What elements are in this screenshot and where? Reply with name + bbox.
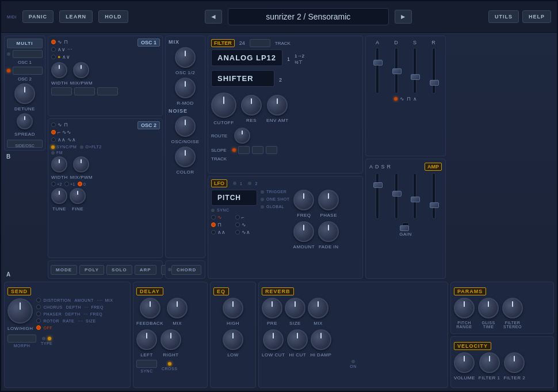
osc1-wave1[interactable]	[51, 40, 56, 44]
phaser-radio[interactable]	[36, 312, 41, 316]
size-knob[interactable]	[285, 298, 305, 318]
spread-knob[interactable]	[17, 113, 33, 129]
filter-stereo-knob[interactable]	[502, 298, 523, 318]
rmod-knob[interactable]	[175, 78, 196, 98]
amp-r-slider[interactable]	[432, 173, 435, 219]
env-amt-knob[interactable]	[267, 95, 288, 116]
low-knob[interactable]	[223, 329, 243, 350]
hi-damp-knob[interactable]	[311, 329, 331, 350]
lfo-wave3[interactable]	[211, 222, 216, 227]
distortion-radio[interactable]	[36, 298, 41, 302]
osc1-wave2[interactable]	[51, 47, 56, 52]
osc1-select-button[interactable]	[13, 50, 43, 58]
send-knob[interactable]	[7, 298, 33, 324]
chorus-radio[interactable]	[36, 305, 41, 309]
cutoff-knob[interactable]	[211, 93, 236, 118]
filter-d-slider[interactable]	[395, 48, 398, 94]
left-knob[interactable]	[136, 329, 157, 350]
osc2-fine-knob[interactable]	[70, 188, 86, 204]
next-preset-button[interactable]: ►	[395, 10, 412, 24]
osc1-wave3[interactable]	[51, 55, 56, 59]
gliss-time-knob[interactable]	[478, 298, 499, 318]
amp-d-slider[interactable]	[395, 173, 398, 219]
amp-a-slider[interactable]	[376, 173, 379, 219]
off-radio[interactable]	[36, 325, 41, 330]
osc2-mixpwm-knob[interactable]	[73, 156, 89, 172]
slope-btn1[interactable]	[238, 146, 250, 154]
filter-r-slider[interactable]	[432, 48, 435, 94]
sync-button[interactable]	[136, 360, 157, 368]
lfo-wave5[interactable]	[211, 230, 216, 235]
osc2-wave3[interactable]	[51, 137, 56, 142]
lfo-wave1[interactable]	[211, 215, 216, 220]
osc2-width-knob[interactable]	[51, 156, 67, 172]
filter-s-slider[interactable]	[413, 48, 416, 94]
osc1-btn2[interactable]	[74, 87, 95, 95]
plus2-radio[interactable]	[51, 182, 56, 186]
lfo-phase-knob[interactable]	[318, 190, 339, 210]
feedback-knob[interactable]	[140, 298, 160, 318]
slope-btn3[interactable]	[266, 146, 277, 154]
low-cut-knob[interactable]	[263, 329, 284, 350]
amp-s-slider[interactable]	[413, 173, 416, 219]
osc-noise-knob[interactable]	[175, 116, 196, 137]
filter-r-thumb[interactable]	[430, 80, 439, 86]
plus1-radio[interactable]	[64, 182, 69, 186]
osc1-btn3[interactable]	[97, 87, 118, 95]
filter-a-slider[interactable]	[376, 48, 379, 94]
osc2-wave1[interactable]	[51, 122, 56, 127]
amp-a-thumb[interactable]	[373, 182, 383, 188]
volume-knob[interactable]	[454, 352, 475, 373]
detune-knob[interactable]	[14, 83, 35, 104]
route-knob[interactable]	[234, 128, 250, 144]
morph-button[interactable]	[7, 335, 36, 343]
high-knob[interactable]	[223, 298, 243, 318]
amp-d-thumb[interactable]	[392, 191, 402, 197]
zero-radio[interactable]	[78, 182, 82, 186]
filter2-knob[interactable]	[504, 352, 525, 373]
solo-button[interactable]: SOLO	[106, 265, 132, 275]
filter1-knob[interactable]	[479, 352, 500, 373]
color-knob[interactable]	[175, 147, 196, 167]
osc2-tune-knob[interactable]	[51, 188, 67, 204]
osc1-width-knob[interactable]	[51, 62, 67, 78]
prev-preset-button[interactable]: ◄	[205, 10, 222, 24]
poly-button[interactable]: POLY	[79, 265, 104, 275]
side-osc-button[interactable]: SIDE/OSC	[7, 140, 43, 148]
slope-btn2[interactable]	[252, 146, 263, 154]
right-knob[interactable]	[160, 329, 181, 350]
filter-s-thumb[interactable]	[411, 74, 420, 80]
lfo-fadein-knob[interactable]	[318, 221, 339, 242]
rotor-radio[interactable]	[36, 318, 41, 323]
pre-knob[interactable]	[262, 298, 282, 318]
filter-d-thumb[interactable]	[392, 68, 402, 74]
osc1-btn1[interactable]	[51, 87, 72, 95]
multi-button[interactable]: MULTI	[7, 39, 43, 48]
help-button[interactable]: HELP	[522, 10, 551, 23]
learn-button[interactable]: LEARN	[59, 10, 93, 23]
lfo-wave2[interactable]	[235, 215, 240, 220]
hold-button[interactable]: HOLD	[98, 10, 128, 23]
filter-btn1[interactable]	[250, 39, 270, 47]
pitch-range-knob[interactable]	[454, 298, 475, 318]
lfo-wave6[interactable]	[235, 230, 240, 235]
osc2-select-button[interactable]	[13, 67, 43, 75]
osc1-mixpwm-knob[interactable]	[73, 62, 89, 78]
res-knob[interactable]	[241, 95, 262, 116]
amp-r-thumb[interactable]	[430, 202, 439, 208]
osc2-wave2[interactable]	[51, 130, 56, 134]
panic-button[interactable]: PANIC	[22, 10, 53, 23]
filter-a-thumb[interactable]	[373, 60, 383, 66]
reverb-mix-knob[interactable]	[308, 298, 328, 318]
mode-button[interactable]: MODE	[51, 265, 77, 275]
arp-button[interactable]: ARP	[135, 265, 156, 275]
amp-s-thumb[interactable]	[411, 197, 420, 202]
hi-cut-knob[interactable]	[287, 329, 308, 350]
gain-thumb[interactable]	[400, 225, 409, 231]
lfo-freq-knob[interactable]	[293, 190, 314, 210]
delay-mix-knob[interactable]	[167, 298, 188, 318]
utils-button[interactable]: UTILS	[488, 10, 519, 23]
lfo-amount-knob[interactable]	[293, 221, 314, 242]
chord-button[interactable]: CHORD	[171, 265, 201, 275]
lfo-wave4[interactable]	[235, 222, 240, 227]
